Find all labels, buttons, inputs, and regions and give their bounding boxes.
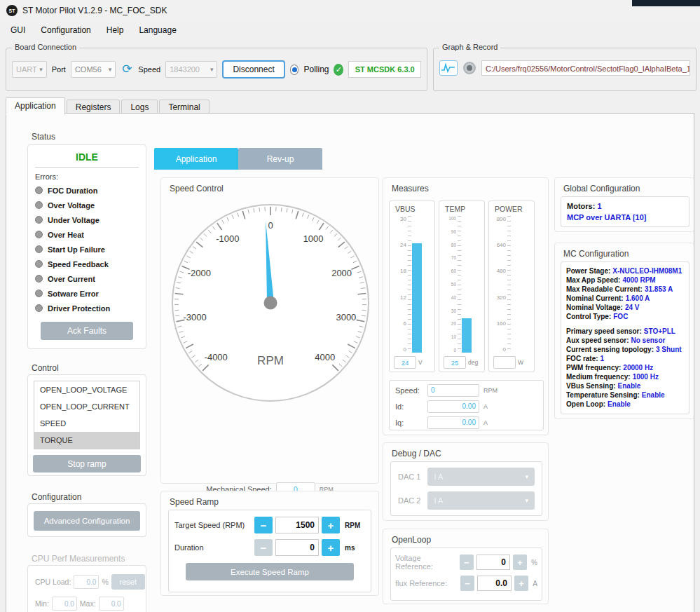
error-item: Under Voltage <box>28 212 146 227</box>
cpu-reset-button[interactable]: reset <box>111 574 145 590</box>
baudrate-select[interactable]: 1843200▾ <box>165 61 217 78</box>
mc-row: Temperature Sensing:Enable <box>566 390 684 400</box>
error-led-icon <box>35 201 43 209</box>
menu-gui[interactable]: GUI <box>3 22 33 38</box>
flux-minus-button[interactable]: − <box>460 576 474 591</box>
disconnect-button[interactable]: Disconnect <box>222 60 284 79</box>
execute-speed-ramp-button[interactable]: Execute Speed Ramp <box>186 563 354 580</box>
vgauge-title: TEMP <box>445 205 481 213</box>
error-item: Start Up Failure <box>28 242 146 257</box>
mc-row: Power Stage:X-NUCLEO-IHM08M1 <box>566 266 684 276</box>
advanced-configuration-button[interactable]: Advanced Configuration <box>34 511 140 531</box>
speed-control-title: Speed Control <box>170 184 224 193</box>
chevron-down-icon: ▾ <box>210 66 214 73</box>
vgauge-ruler <box>408 216 411 353</box>
control-card: OPEN_LOOP_VOLTAGE OPEN_LOOP_CURRENT SPEE… <box>27 374 146 476</box>
flux-reference-label: flux Reference: <box>395 579 458 587</box>
mc-row: Current sensing topology:3 Shunt <box>566 345 684 354</box>
record-path-field[interactable]: C:/Users/frq02556/MotorControl/SectotFla… <box>481 60 690 76</box>
id-measure-unit: A <box>483 403 488 410</box>
flux-plus-button[interactable]: + <box>514 576 528 591</box>
iq-measure-label: Iq: <box>395 419 423 427</box>
cpu-perf-card: CPU Load: 0.0 % reset Min: 0.0 Max: 0.0 <box>27 565 146 612</box>
duration-input[interactable]: 0 <box>275 539 319 556</box>
svg-text:-3000: -3000 <box>183 312 206 322</box>
mc-config-frame: Power Stage:X-NUCLEO-IHM08M1 Max App Spe… <box>561 261 689 414</box>
menu-bar: GUI Configuration Help Language <box>0 21 700 39</box>
control-section-title: Control <box>32 363 59 373</box>
list-item-speed[interactable]: SPEED <box>34 415 139 432</box>
dac1-select[interactable]: I A▾ <box>427 468 535 486</box>
voltage-reference-unit: % <box>531 559 537 566</box>
error-led-icon <box>35 186 43 194</box>
error-item: Over Voltage <box>28 198 146 212</box>
temp-gauge: TEMP 1009080706050403020100 25 deg <box>439 200 485 372</box>
mc-row: Primary speed sensor:STO+PLL <box>566 327 684 336</box>
svg-text:2000: 2000 <box>331 268 352 278</box>
record-icon <box>467 65 472 71</box>
vgauge-value: 24 <box>394 356 416 369</box>
motors-value: 1 <box>597 202 601 210</box>
window-title: ST Motor Pilot V1.2.9 - MC_FOC_SDK <box>22 0 167 21</box>
mc-row: Open Loop:Enable <box>566 400 684 409</box>
svg-text:4000: 4000 <box>315 352 335 362</box>
menu-configuration[interactable]: Configuration <box>33 22 98 38</box>
mc-row: Control Type:FOC <box>566 312 684 321</box>
board-connection-title: Board Connection <box>12 43 79 51</box>
ack-faults-button[interactable]: Ack Faults <box>41 322 133 340</box>
polling-radio[interactable] <box>290 64 299 75</box>
debug-dac-frame: DAC 1 I A▾ DAC 2 I A▾ <box>390 461 542 516</box>
speed-measure-value: 0 <box>427 384 479 397</box>
vgauge-ruler <box>458 216 461 353</box>
record-button[interactable] <box>463 62 476 74</box>
target-speed-plus-button[interactable]: + <box>322 517 340 533</box>
target-speed-input[interactable]: 1500 <box>275 517 319 533</box>
flux-reference-input[interactable]: 0.0 <box>477 576 512 591</box>
vgauge-value: 25 <box>444 356 466 369</box>
vgauge-value <box>493 356 516 369</box>
cpu-perf-section-title: CPU Perf Measurements <box>32 554 125 564</box>
mc-row: Max Readable Current:31.853 A <box>566 285 684 294</box>
error-led-icon <box>35 260 43 268</box>
cpu-max-label: Max: <box>80 599 96 608</box>
list-item-open-loop-voltage[interactable]: OPEN_LOOP_VOLTAGE <box>34 381 139 398</box>
power-gauge: POWER 8006404803201600 W <box>488 200 535 372</box>
voltage-plus-button[interactable]: + <box>513 555 527 570</box>
measures-stats-frame: Speed: 0 RPM Id: 0.00 A Iq: 0.00 A <box>389 380 544 430</box>
openloop-frame: Voltage Reference: − 0 + % flux Referenc… <box>390 548 542 601</box>
firmware-version: ST MCSDK 6.3.0 <box>348 61 421 78</box>
list-item-open-loop-current[interactable]: OPEN_LOOP_CURRENT <box>34 398 139 415</box>
graph-record-group: Graph & Record C:/Users/frq02556/MotorCo… <box>433 48 696 91</box>
menu-help[interactable]: Help <box>99 22 132 38</box>
duration-minus-button[interactable]: − <box>254 539 273 556</box>
target-speed-minus-button[interactable]: − <box>254 517 273 533</box>
error-item: FOC Duration <box>28 183 146 198</box>
dac2-select[interactable]: I A▾ <box>427 491 535 510</box>
voltage-minus-button[interactable]: − <box>460 555 474 570</box>
graph-record-title: Graph & Record <box>439 43 500 51</box>
title-bar: ST ST Motor Pilot V1.2.9 - MC_FOC_SDK <box>0 0 700 21</box>
errors-label: Errors: <box>28 168 146 183</box>
list-item-torque[interactable]: TORQUE <box>34 432 139 449</box>
svg-text:-4000: -4000 <box>205 352 228 362</box>
open-graph-button[interactable] <box>439 60 458 76</box>
tab-application[interactable]: Application <box>6 97 65 115</box>
voltage-reference-input[interactable]: 0 <box>476 555 510 570</box>
refresh-ports-button[interactable]: ⟳ <box>121 62 133 77</box>
menu-language[interactable]: Language <box>131 22 184 38</box>
uart-select[interactable]: UART▾ <box>12 61 47 78</box>
duration-plus-button[interactable]: + <box>322 539 340 556</box>
board-connection-group: Board Connection UART▾ Port COM56▾ ⟳ Spe… <box>6 48 427 91</box>
application-tab-content: Status IDLE Errors: FOC Duration Over Vo… <box>6 113 694 612</box>
vgauge-unit: deg <box>468 359 478 366</box>
port-select[interactable]: COM56▾ <box>71 61 116 78</box>
inner-tab-application[interactable]: Application <box>154 148 238 170</box>
mc-row: Nominal Current:1.600 A <box>566 294 684 303</box>
stop-ramp-button[interactable]: Stop ramp <box>33 455 141 472</box>
cpu-min-value: 0.0 <box>52 597 77 611</box>
vgauge-fill <box>412 243 422 353</box>
mc-row: PWM frequency:20000 Hz <box>566 363 684 372</box>
id-measure-label: Id: <box>395 402 423 411</box>
inner-tab-revup[interactable]: Rev-up <box>238 148 322 170</box>
vgauge-labels: 1009080706050403020100 <box>442 216 458 353</box>
